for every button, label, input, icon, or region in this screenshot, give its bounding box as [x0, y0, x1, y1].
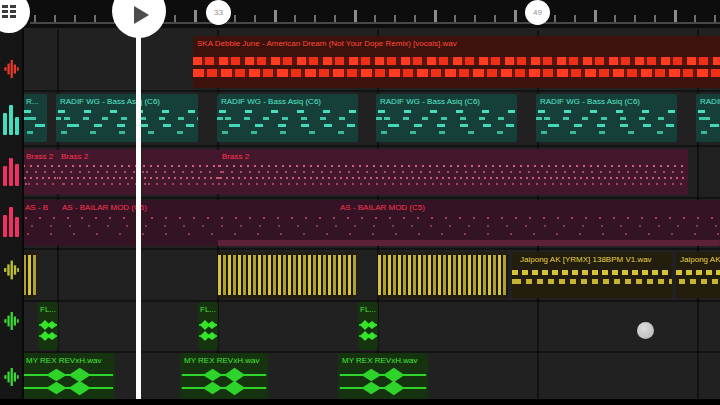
- clip-label: FL...: [360, 305, 376, 314]
- bottom-letterbox: [0, 399, 720, 405]
- clip-label: Jaipong AK: [680, 255, 720, 264]
- track-header-column: [0, 28, 24, 400]
- piano-notes-icon: [3, 205, 19, 237]
- grid-icon: [1, 4, 17, 20]
- midi-clip-bass[interactable]: RADIF WG - Bass Asiq (C6): [217, 94, 358, 142]
- track-vocals-header[interactable]: [2, 60, 20, 78]
- clip-label: Jaipong AK [YRMX] 138BPM V1.wav: [520, 255, 652, 264]
- audio-clip-fl[interactable]: FL...: [358, 302, 378, 350]
- midi-notes-graphic: [218, 149, 688, 195]
- clip-edge-strip: [218, 240, 720, 246]
- audio-clip-fl[interactable]: FL...: [38, 302, 58, 350]
- waveform-graphic: [22, 365, 115, 397]
- clip-label: MY REX REVxH.wav: [184, 356, 259, 365]
- midi-clip-bass[interactable]: RADIF WG - Bass Asiq (C6): [376, 94, 517, 142]
- play-icon: [134, 6, 149, 24]
- audio-clip-jaipong[interactable]: [378, 252, 508, 298]
- row-separator: [22, 145, 720, 147]
- row-separator: [22, 90, 720, 92]
- midi-clip-brass[interactable]: [142, 149, 218, 195]
- clip-label: RADIF WG - Bass Asiq (C6): [700, 97, 720, 106]
- clip-label: Brass 2: [26, 152, 53, 161]
- clip-label: AS - B: [25, 203, 48, 212]
- bar-marker-badge-33[interactable]: 33: [206, 0, 231, 25]
- audio-clip-vocals[interactable]: SKA Debbie June - American Dream (Not Yo…: [193, 36, 720, 88]
- audio-clip-fl[interactable]: FL...: [198, 302, 218, 350]
- timeline-ruler[interactable]: [0, 0, 720, 28]
- track-fl-header[interactable]: [2, 312, 20, 330]
- track-brass-header[interactable]: [2, 154, 20, 186]
- clip-label: MY REX REVxH.wav: [342, 356, 417, 365]
- clip-label: SKA Debbie June - American Dream (Not Yo…: [197, 39, 457, 48]
- clip-label: RADIF WG - Bass Asiq (C6): [60, 97, 160, 106]
- track-bailar-header[interactable]: [2, 205, 20, 237]
- daw-playlist-screen: 33 49: [0, 0, 720, 405]
- clip-label: Brass 2: [61, 152, 88, 161]
- piano-notes-icon: [3, 154, 19, 186]
- clip-label: FL...: [200, 305, 216, 314]
- menu-button[interactable]: [0, 0, 30, 33]
- waveform-graphic: [218, 255, 356, 295]
- play-button[interactable]: [112, 0, 166, 38]
- row-separator: [22, 300, 720, 302]
- waveform-graphic: [199, 316, 217, 344]
- clip-label: FL...: [40, 305, 56, 314]
- midi-clip-bass[interactable]: R...: [22, 94, 47, 142]
- pointer-dot: [637, 322, 654, 339]
- midi-clip-brass[interactable]: Brass 2: [218, 149, 688, 195]
- track-remix-header[interactable]: [2, 368, 20, 386]
- audio-clip-remix[interactable]: MY REX REVxH.wav: [22, 353, 115, 399]
- bar-marker-49-label: 49: [533, 8, 542, 17]
- track-jaipong-header[interactable]: [2, 260, 20, 280]
- audio-clip-jaipong[interactable]: Jaipong AK [YRMX] 138BPM V1.wav: [512, 252, 672, 298]
- midi-clip-bass[interactable]: RADIF WG - Bass Asiq (C6): [56, 94, 198, 142]
- waveform-graphic: [180, 365, 268, 397]
- row-separator: [22, 197, 720, 199]
- waveform-graphic: [359, 316, 377, 344]
- track-bass-header[interactable]: [2, 103, 20, 135]
- waveform-graphic: [39, 316, 57, 344]
- clip-label: Brass 2: [222, 152, 249, 161]
- audio-clip-jaipong[interactable]: Jaipong AK: [676, 252, 720, 298]
- audio-clip-remix[interactable]: MY REX REVxH.wav: [338, 353, 428, 399]
- bar-marker-badge-49[interactable]: 49: [525, 0, 550, 25]
- row-separator: [22, 248, 720, 250]
- clip-label: RADIF WG - Bass Asiq (C6): [221, 97, 321, 106]
- waveform-icon: [4, 312, 19, 330]
- waveform-graphic: [378, 255, 508, 295]
- clip-label: AS - BAILAR MOD (C5): [62, 203, 147, 212]
- midi-clip-brass[interactable]: Brass 2: [57, 149, 138, 195]
- waveform-icon: [4, 60, 19, 78]
- row-separator: [22, 351, 720, 353]
- midi-clip-bass[interactable]: RADIF WG - Bass Asiq (C6): [696, 94, 720, 142]
- waveform-icon: [4, 260, 19, 280]
- playhead[interactable]: [136, 26, 141, 400]
- piano-notes-icon: [3, 103, 19, 135]
- clip-label: AS - BAILAR MOD (C5): [340, 203, 425, 212]
- midi-notes-graphic: [142, 149, 218, 195]
- bar-marker-33-label: 33: [214, 8, 223, 17]
- midi-clip-bailar[interactable]: AS - B AS - BAILAR MOD (C5) AS - BAILAR …: [22, 200, 720, 246]
- midi-clip-bass[interactable]: RADIF WG - Bass Asiq (C6): [536, 94, 677, 142]
- waveform-graphic: [338, 365, 428, 397]
- clip-label: RADIF WG - Bass Asiq (C6): [540, 97, 640, 106]
- audio-clip-jaipong[interactable]: [218, 252, 356, 298]
- midi-clip-brass[interactable]: Brass 2: [22, 149, 57, 195]
- clip-label: MY REX REVxH.wav: [26, 356, 101, 365]
- audio-clip-remix[interactable]: MY REX REVxH.wav: [180, 353, 268, 399]
- waveform-icon: [4, 368, 19, 386]
- clip-label: R...: [26, 97, 38, 106]
- clip-label: RADIF WG - Bass Asiq (C6): [380, 97, 480, 106]
